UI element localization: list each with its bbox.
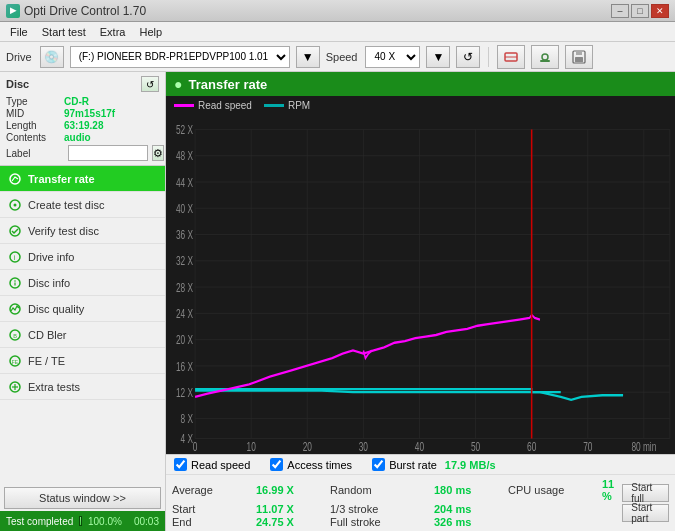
sidebar-item-drive-info[interactable]: i Drive info: [0, 244, 165, 270]
access-times-checkbox-label: Access times: [287, 459, 352, 471]
start-full-button[interactable]: Start full: [622, 484, 669, 502]
speed-label: Speed: [326, 51, 358, 63]
fe-te-icon: FE: [8, 354, 22, 368]
extra-tests-icon: [8, 380, 22, 394]
burst-rate-checkbox-label: Burst rate: [389, 459, 437, 471]
disc-mid-label: MID: [6, 108, 64, 119]
end-label: End: [172, 516, 252, 528]
menu-help[interactable]: Help: [133, 24, 168, 40]
disc-length-value: 63:19.28: [64, 120, 103, 131]
nav-disc-quality-label: Disc quality: [28, 303, 84, 315]
full-stroke-label: Full stroke: [330, 516, 430, 528]
app-icon: ▶: [6, 4, 20, 18]
status-window-button[interactable]: Status window >>: [4, 487, 161, 509]
svg-rect-6: [575, 57, 583, 62]
chart-header: ● Transfer rate: [166, 72, 675, 96]
minimize-button[interactable]: –: [611, 4, 629, 18]
drive-down-btn[interactable]: ▼: [296, 46, 320, 68]
title-bar-controls[interactable]: – □ ✕: [611, 4, 669, 18]
disc-mid-row: MID 97m15s17f: [6, 108, 159, 119]
svg-point-7: [10, 174, 20, 184]
svg-text:20: 20: [303, 439, 312, 453]
legend-read-speed-label: Read speed: [198, 100, 252, 111]
average-label: Average: [172, 484, 252, 496]
random-value: 180 ms: [434, 484, 504, 496]
start-buttons: Start full Start part: [620, 475, 675, 531]
maximize-button[interactable]: □: [631, 4, 649, 18]
save-btn[interactable]: [565, 45, 593, 69]
burst-rate-checkbox-item[interactable]: Burst rate 17.9 MB/s: [372, 458, 495, 471]
average-value: 16.99 X: [256, 484, 326, 496]
sidebar-item-extra-tests[interactable]: Extra tests: [0, 374, 165, 400]
nav-cd-bler-label: CD Bler: [28, 329, 67, 341]
one-third-stroke-label: 1/3 stroke: [330, 503, 430, 515]
disc-mid-value: 97m15s17f: [64, 108, 115, 119]
read-speed-checkbox-label: Read speed: [191, 459, 250, 471]
svg-point-14: [14, 280, 16, 282]
full-stroke-value: 326 ms: [434, 516, 504, 528]
burst-rate-checkbox[interactable]: [372, 458, 385, 471]
reload-btn[interactable]: ↺: [456, 46, 480, 68]
drive-select[interactable]: (F:) PIONEER BDR-PR1EPDVPP100 1.01: [70, 46, 290, 68]
disc-refresh-btn[interactable]: ↺: [141, 76, 159, 92]
speed-select[interactable]: 40 X 32 X 16 X 8 X: [365, 46, 420, 68]
svg-text:4 X: 4 X: [181, 431, 193, 445]
erase-btn[interactable]: [497, 45, 525, 69]
svg-text:80 min: 80 min: [631, 439, 656, 453]
close-button[interactable]: ✕: [651, 4, 669, 18]
nav-verify-disc-label: Verify test disc: [28, 225, 99, 237]
progress-bar: [79, 516, 82, 526]
burst-rate-value: 17.9 MB/s: [445, 459, 496, 471]
read-speed-checkbox[interactable]: [174, 458, 187, 471]
settings-btn[interactable]: [531, 45, 559, 69]
start-part-button[interactable]: Start part: [622, 504, 669, 522]
sidebar-item-fe-te[interactable]: FE FE / TE: [0, 348, 165, 374]
nav-disc-info-label: Disc info: [28, 277, 70, 289]
transfer-rate-icon: [8, 172, 22, 186]
menu-start-test[interactable]: Start test: [36, 24, 92, 40]
title-bar: ▶ Opti Drive Control 1.70 – □ ✕: [0, 0, 675, 22]
svg-text:48 X: 48 X: [176, 149, 193, 163]
svg-text:60: 60: [527, 439, 536, 453]
drive-info-icon: i: [8, 250, 22, 264]
sidebar-item-create-test-disc[interactable]: Create test disc: [0, 192, 165, 218]
sidebar-item-cd-bler[interactable]: B CD Bler: [0, 322, 165, 348]
nav-create-disc-label: Create test disc: [28, 199, 104, 211]
sidebar-item-transfer-rate[interactable]: Transfer rate: [0, 166, 165, 192]
separator: [488, 47, 489, 67]
start-label: Start: [172, 503, 252, 515]
progress-bar-fill: [80, 517, 81, 525]
sidebar-item-verify-test-disc[interactable]: Verify test disc: [0, 218, 165, 244]
toolbar: Drive 💿 (F:) PIONEER BDR-PR1EPDVPP100 1.…: [0, 42, 675, 72]
svg-text:24 X: 24 X: [176, 306, 193, 320]
legend-rpm-label: RPM: [288, 100, 310, 111]
drive-icon-btn[interactable]: 💿: [40, 46, 64, 68]
read-speed-checkbox-item[interactable]: Read speed: [174, 458, 250, 471]
svg-text:40: 40: [415, 439, 424, 453]
sidebar-nav: Transfer rate Create test disc Verify te…: [0, 166, 165, 485]
access-times-checkbox[interactable]: [270, 458, 283, 471]
svg-text:8 X: 8 X: [181, 411, 193, 425]
disc-title: Disc: [6, 78, 29, 90]
disc-label-btn[interactable]: ⚙: [152, 145, 164, 161]
svg-point-2: [542, 54, 548, 60]
sidebar-item-disc-quality[interactable]: Disc quality: [0, 296, 165, 322]
cpu-usage-label: CPU usage: [508, 484, 598, 496]
speed-down-btn[interactable]: ▼: [426, 46, 450, 68]
menu-extra[interactable]: Extra: [94, 24, 132, 40]
legend-read-speed-color: [174, 104, 194, 107]
svg-text:52 X: 52 X: [176, 122, 193, 136]
nav-extra-tests-label: Extra tests: [28, 381, 80, 393]
disc-label-input[interactable]: [68, 145, 148, 161]
menu-file[interactable]: File: [4, 24, 34, 40]
sidebar-item-disc-info[interactable]: Disc info: [0, 270, 165, 296]
chart-title: Transfer rate: [188, 77, 267, 92]
random-label: Random: [330, 484, 430, 496]
svg-text:10: 10: [247, 439, 256, 453]
legend-read-speed: Read speed: [174, 100, 252, 111]
disc-type-row: Type CD-R: [6, 96, 159, 107]
stats-bottom-grid: Average 16.99 X Random 180 ms CPU usage …: [166, 475, 675, 531]
progress-percent: 100.0%: [88, 516, 128, 527]
access-times-checkbox-item[interactable]: Access times: [270, 458, 352, 471]
svg-text:70: 70: [583, 439, 592, 453]
